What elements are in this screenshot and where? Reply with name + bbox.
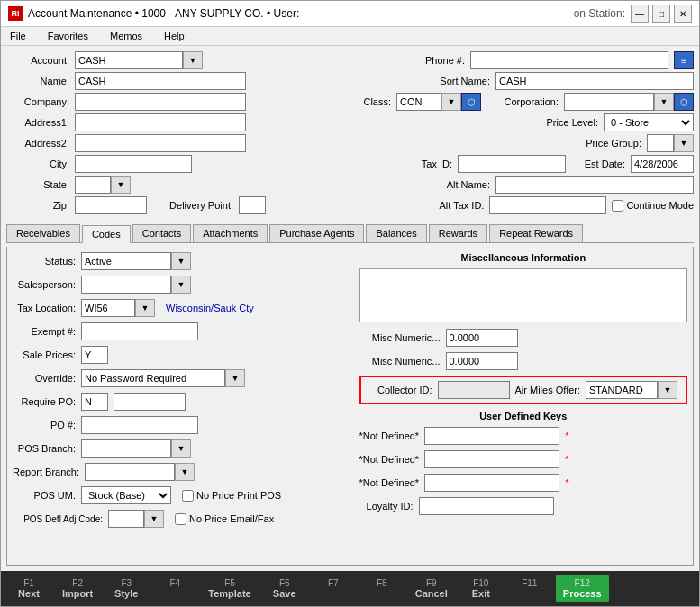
misc-numeric2-input[interactable]: [446, 352, 518, 370]
no-price-email-fax-check[interactable]: No Price Email/Fax: [175, 513, 274, 525]
tax-id-input[interactable]: [458, 155, 566, 173]
sale-prices-input[interactable]: [81, 346, 108, 364]
account-dropdown[interactable]: ▼: [183, 51, 203, 69]
status-dropdown[interactable]: ▼: [171, 252, 191, 270]
menu-file[interactable]: File: [5, 29, 32, 43]
phone-icon[interactable]: ≡: [674, 51, 694, 69]
pos-branch-input[interactable]: [81, 439, 171, 458]
class-input[interactable]: [396, 93, 441, 111]
alt-name-input[interactable]: [495, 176, 694, 194]
menu-favorites[interactable]: Favorites: [42, 29, 94, 43]
sort-name-input[interactable]: [495, 72, 694, 90]
continue-mode-checkbox[interactable]: [612, 200, 623, 212]
tab-codes[interactable]: Codes: [82, 225, 131, 243]
misc-numeric1-input[interactable]: [446, 329, 518, 347]
not-defined3-input[interactable]: [424, 474, 559, 492]
price-level-select[interactable]: 0 - Store: [604, 113, 694, 131]
f11-key[interactable]: F11: [507, 575, 552, 602]
pos-defl-dropdown[interactable]: ▼: [144, 510, 164, 528]
corporation-input[interactable]: [564, 93, 654, 111]
tab-rewards[interactable]: Rewards: [429, 224, 487, 242]
status-input[interactable]: [81, 252, 171, 270]
f12-key[interactable]: F12 Process: [556, 575, 609, 602]
state-input[interactable]: [75, 176, 111, 194]
corporation-icon[interactable]: ⬡: [674, 93, 694, 111]
price-group-dropdown[interactable]: ▼: [674, 134, 694, 152]
no-price-print-pos-checkbox[interactable]: [182, 490, 194, 502]
name-input[interactable]: [75, 72, 246, 90]
f10-key[interactable]: F10 Exit: [459, 575, 504, 602]
corporation-dropdown[interactable]: ▼: [654, 93, 674, 111]
class-dropdown[interactable]: ▼: [441, 93, 461, 111]
class-icon[interactable]: ⬡: [461, 93, 481, 111]
no-price-email-fax-checkbox[interactable]: [175, 513, 186, 525]
pos-um-group: Stock (Base): [81, 486, 171, 504]
f9-key[interactable]: F9 Cancel: [408, 575, 455, 602]
pos-um-select[interactable]: Stock (Base): [81, 486, 171, 504]
f8-key[interactable]: F8: [359, 575, 405, 602]
exempt-input[interactable]: [81, 322, 198, 340]
tab-balances[interactable]: Balances: [366, 224, 426, 242]
maximize-button[interactable]: □: [652, 5, 670, 23]
po-input[interactable]: [81, 416, 198, 434]
f7-key[interactable]: F7: [311, 575, 356, 602]
loyalty-id-input[interactable]: [419, 497, 554, 515]
phone-input[interactable]: [470, 51, 668, 69]
est-date-input[interactable]: [631, 155, 694, 173]
not-defined2-label: *Not Defined*: [359, 454, 420, 465]
account-input[interactable]: [75, 51, 183, 69]
f2-label: Import: [62, 588, 93, 599]
override-dropdown[interactable]: ▼: [225, 369, 245, 387]
company-input[interactable]: [75, 93, 246, 111]
tab-attachments[interactable]: Attachments: [193, 224, 268, 242]
price-group-input[interactable]: [647, 134, 674, 152]
misc-numeric2-label: Misc Numeric...: [359, 356, 441, 367]
f2-key[interactable]: F2 Import: [55, 575, 100, 602]
tax-location-input[interactable]: [81, 299, 135, 317]
pos-defl-input[interactable]: [108, 510, 144, 528]
f6-key[interactable]: F6 Save: [262, 575, 307, 602]
f4-key[interactable]: F4: [152, 575, 197, 602]
f1-key[interactable]: F1 Next: [6, 575, 51, 602]
address1-input[interactable]: [75, 113, 246, 131]
f12-label: Process: [563, 588, 602, 599]
tab-purchase-agents[interactable]: Purchase Agents: [269, 224, 364, 242]
tab-repeat-rewards[interactable]: Repeat Rewards: [489, 224, 583, 242]
air-miles-input[interactable]: [586, 381, 658, 399]
alt-tax-id-input[interactable]: [489, 196, 606, 214]
report-branch-input[interactable]: [85, 463, 175, 481]
state-dropdown[interactable]: ▼: [111, 176, 131, 194]
zip-input[interactable]: [75, 196, 147, 214]
override-input[interactable]: [81, 369, 225, 387]
collector-id-input[interactable]: [438, 381, 510, 399]
menu-memos[interactable]: Memos: [105, 29, 148, 43]
address2-input[interactable]: [75, 134, 246, 152]
f5-key[interactable]: F5 Template: [201, 575, 258, 602]
salesperson-dropdown[interactable]: ▼: [171, 276, 191, 294]
delivery-point-input[interactable]: [239, 196, 266, 214]
f3-key[interactable]: F3 Style: [104, 575, 149, 602]
f10-label: Exit: [472, 588, 490, 599]
report-branch-dropdown[interactable]: ▼: [175, 463, 195, 481]
not-defined1-input[interactable]: [424, 427, 559, 445]
require-po-text[interactable]: [114, 393, 186, 411]
require-po-input[interactable]: [81, 393, 108, 411]
continue-mode-check[interactable]: Continue Mode: [612, 200, 694, 212]
tab-receivables[interactable]: Receivables: [6, 224, 80, 242]
phone-label: Phone #:: [411, 55, 465, 66]
city-input[interactable]: [75, 155, 192, 173]
po-label: PO #:: [13, 420, 76, 430]
air-miles-dropdown[interactable]: ▼: [658, 381, 677, 399]
menu-help[interactable]: Help: [159, 29, 190, 43]
title-bar: RI Account Maintenance • 1000 - ANY SUPP…: [1, 1, 699, 27]
not-defined2-input[interactable]: [424, 450, 559, 468]
close-button[interactable]: ✕: [674, 5, 692, 23]
pos-branch-dropdown[interactable]: ▼: [171, 439, 191, 458]
f6-label: Save: [273, 588, 296, 599]
tabs-bar: Receivables Codes Contacts Attachments P…: [6, 224, 694, 243]
tab-contacts[interactable]: Contacts: [132, 224, 191, 242]
salesperson-input[interactable]: [81, 276, 171, 294]
tax-location-dropdown[interactable]: ▼: [135, 299, 155, 317]
minimize-button[interactable]: —: [631, 5, 649, 23]
no-price-print-pos-check[interactable]: No Price Print POS: [182, 490, 281, 502]
